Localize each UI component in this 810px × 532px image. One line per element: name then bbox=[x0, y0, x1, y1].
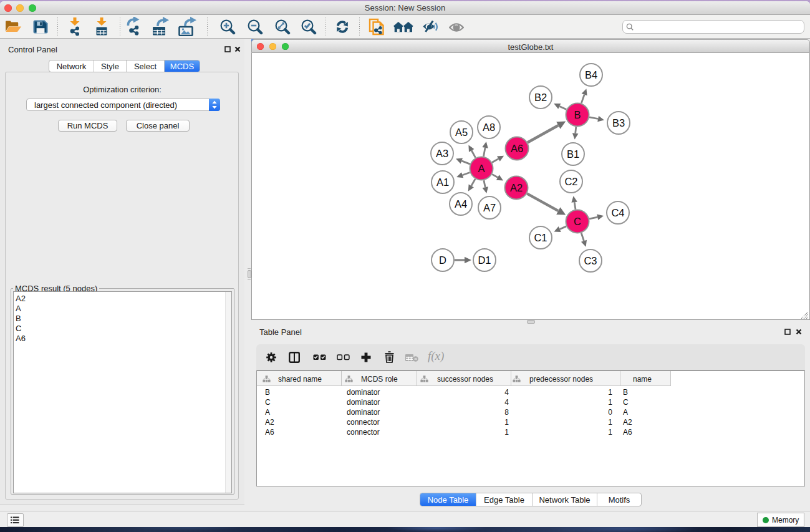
svg-text:B: B bbox=[574, 109, 581, 120]
svg-text:C: C bbox=[574, 216, 581, 227]
svg-text:A1: A1 bbox=[436, 177, 449, 188]
svg-text:C3: C3 bbox=[584, 255, 597, 266]
svg-text:A: A bbox=[478, 163, 485, 174]
svg-text:D: D bbox=[439, 254, 446, 266]
svg-text:A7: A7 bbox=[483, 202, 496, 213]
svg-text:D1: D1 bbox=[478, 254, 491, 266]
svg-text:B1: B1 bbox=[567, 148, 579, 160]
svg-text:C2: C2 bbox=[564, 176, 577, 187]
svg-text:A2: A2 bbox=[510, 182, 523, 193]
svg-text:A5: A5 bbox=[455, 127, 468, 138]
svg-text:A3: A3 bbox=[436, 148, 448, 159]
svg-text:C4: C4 bbox=[611, 207, 624, 218]
svg-text:B4: B4 bbox=[585, 69, 597, 80]
svg-text:C1: C1 bbox=[534, 232, 547, 243]
svg-text:B2: B2 bbox=[534, 92, 547, 103]
svg-text:A8: A8 bbox=[483, 122, 495, 133]
svg-text:B3: B3 bbox=[612, 117, 625, 128]
svg-text:A4: A4 bbox=[455, 198, 467, 210]
svg-text:A6: A6 bbox=[511, 143, 523, 154]
